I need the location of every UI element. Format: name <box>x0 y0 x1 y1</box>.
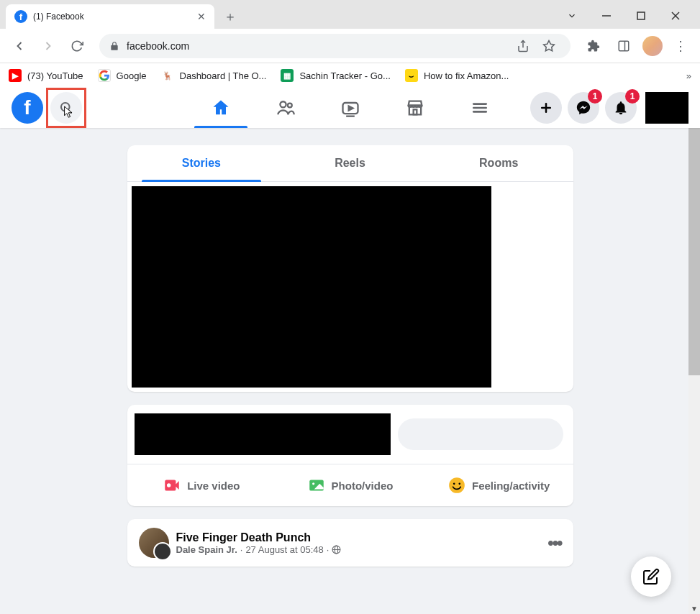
close-window-button[interactable] <box>665 6 686 26</box>
back-button[interactable] <box>9 35 30 57</box>
stories-card: Stories Reels Rooms <box>127 145 573 392</box>
bookmark-sheets[interactable]: ▦Sachin Tracker - Go... <box>281 69 390 82</box>
search-button[interactable] <box>50 92 82 124</box>
google-icon <box>98 69 111 82</box>
post-title[interactable]: Five Finger Death Punch <box>176 531 541 544</box>
svg-point-25 <box>453 483 455 485</box>
label: Live video <box>187 480 240 492</box>
new-tab-button[interactable]: ＋ <box>220 6 240 27</box>
compose-fab[interactable] <box>631 556 671 597</box>
bookmark-dashboard[interactable]: 🦌Dashboard | The O... <box>161 69 267 82</box>
label: Photo/video <box>332 480 394 492</box>
post-time: 27 August at 05:48 <box>245 544 323 555</box>
svg-rect-6 <box>619 41 629 51</box>
scroll-down-icon[interactable]: ▼ <box>688 602 700 614</box>
scroll-thumb[interactable] <box>688 88 700 375</box>
post-avatar[interactable] <box>139 528 169 558</box>
youtube-icon: ▶ <box>9 69 22 82</box>
tab-rooms[interactable]: Rooms <box>424 145 573 181</box>
svg-point-11 <box>287 104 291 108</box>
marketplace-icon <box>405 98 425 118</box>
svg-marker-5 <box>544 40 555 50</box>
scrollbar[interactable]: ▼ <box>688 88 700 614</box>
chevron-down-icon[interactable] <box>562 6 582 26</box>
bookmark-youtube[interactable]: ▶(73) YouTube <box>9 69 83 82</box>
account-button[interactable] <box>645 92 688 124</box>
main-nav <box>188 88 512 128</box>
create-button[interactable] <box>530 92 562 124</box>
bookmark-label: Dashboard | The O... <box>180 70 267 81</box>
url-text: facebook.com <box>127 40 189 52</box>
maximize-button[interactable] <box>631 6 651 26</box>
notifications-button[interactable]: 1 <box>605 92 637 124</box>
svg-point-26 <box>458 483 460 485</box>
close-tab-icon[interactable]: ✕ <box>197 11 206 22</box>
bookmarks-overflow-icon[interactable]: » <box>686 70 691 81</box>
composer-redacted[interactable] <box>135 413 391 455</box>
svg-point-23 <box>312 482 314 485</box>
sidepanel-icon[interactable] <box>612 35 635 58</box>
feeling-activity-button[interactable]: Feeling/activity <box>424 470 573 500</box>
facebook-app: f 1 1 <box>0 88 700 614</box>
bookmark-star-icon[interactable] <box>537 35 560 58</box>
svg-point-24 <box>449 477 465 493</box>
plus-icon <box>539 101 553 115</box>
facebook-header: f 1 1 <box>0 88 700 128</box>
svg-marker-13 <box>348 106 353 111</box>
browser-toolbar: facebook.com ⋮ <box>0 29 700 63</box>
chrome-menu-icon[interactable]: ⋮ <box>670 38 691 54</box>
facebook-favicon-icon <box>14 10 27 23</box>
bell-icon <box>613 100 629 116</box>
stories-tabs: Stories Reels Rooms <box>127 145 573 182</box>
facebook-logo-icon[interactable]: f <box>12 92 43 124</box>
composer-card: Live video Photo/video Feeling/activity <box>127 405 573 506</box>
profile-avatar[interactable] <box>642 36 663 56</box>
url-bar[interactable]: facebook.com <box>99 34 571 58</box>
messenger-button[interactable]: 1 <box>568 92 599 124</box>
composer-input[interactable] <box>398 418 563 450</box>
forward-button[interactable] <box>37 35 59 57</box>
feed-post: Five Finger Death Punch Dale Spain Jr. ·… <box>127 519 573 567</box>
post-meta: Dale Spain Jr. · 27 August at 05:48 · <box>176 544 541 555</box>
photo-icon <box>307 476 326 495</box>
video-camera-icon <box>163 476 181 495</box>
live-video-button[interactable]: Live video <box>127 470 276 500</box>
nav-friends[interactable] <box>253 88 318 128</box>
bookmark-label: How to fix Amazon... <box>424 70 509 81</box>
tab-stories[interactable]: Stories <box>127 145 276 181</box>
tab-reels[interactable]: Reels <box>276 145 424 181</box>
bookmark-amazon[interactable]: ⌣How to fix Amazon... <box>405 69 509 82</box>
svg-rect-1 <box>637 12 645 19</box>
photo-video-button[interactable]: Photo/video <box>276 470 424 500</box>
messenger-icon <box>576 100 591 116</box>
bookmark-label: (73) YouTube <box>27 70 83 81</box>
nav-home[interactable] <box>188 88 253 128</box>
bookmarks-bar: ▶(73) YouTube Google 🦌Dashboard | The O.… <box>0 63 700 88</box>
nav-watch[interactable] <box>318 88 383 128</box>
smiley-icon <box>447 476 466 495</box>
stories-content[interactable] <box>132 186 491 388</box>
nav-marketplace[interactable] <box>383 88 447 128</box>
dashboard-icon: 🦌 <box>161 69 174 82</box>
reload-button[interactable] <box>66 35 88 57</box>
nav-menu[interactable] <box>447 88 512 128</box>
browser-tab[interactable]: (1) Facebook ✕ <box>6 4 214 29</box>
notifications-badge: 1 <box>625 89 640 104</box>
minimize-button[interactable] <box>596 6 617 26</box>
home-icon <box>211 98 231 118</box>
label: Feeling/activity <box>472 480 550 492</box>
share-icon[interactable] <box>512 35 535 58</box>
lock-icon <box>109 41 119 51</box>
edit-icon <box>642 568 660 585</box>
bookmark-label: Sachin Tracker - Go... <box>299 70 390 81</box>
cursor-icon <box>63 105 75 119</box>
window-controls <box>547 0 700 32</box>
extensions-icon[interactable] <box>582 35 605 58</box>
post-author[interactable]: Dale Spain Jr. <box>176 544 237 555</box>
svg-point-21 <box>167 483 171 487</box>
amazon-icon: ⌣ <box>405 69 418 82</box>
post-menu-button[interactable]: ••• <box>547 533 561 553</box>
bookmark-label: Google <box>117 70 147 81</box>
svg-rect-15 <box>413 109 417 114</box>
bookmark-google[interactable]: Google <box>98 69 147 82</box>
